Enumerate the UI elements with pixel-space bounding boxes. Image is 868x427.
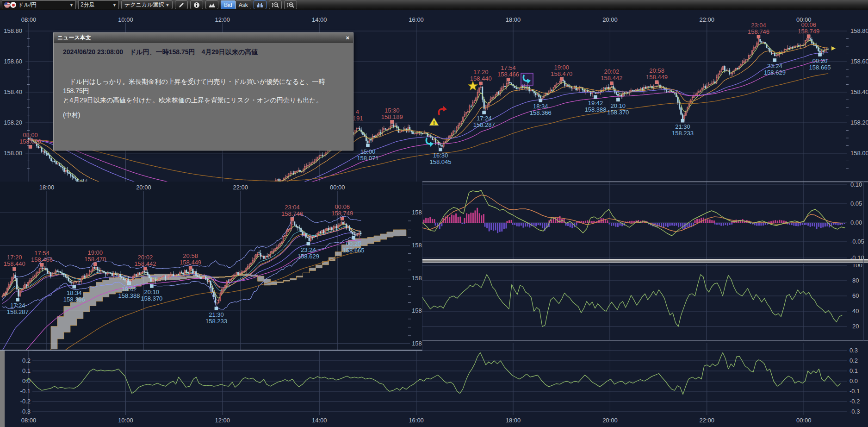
svg-text:158.026: 158.026: [19, 138, 41, 145]
svg-text:0.05: 0.05: [850, 200, 862, 207]
draw-pencil-button[interactable]: [175, 0, 188, 9]
svg-text:23:24: 23:24: [301, 246, 316, 253]
chevron-down-icon: ▼: [112, 3, 117, 7]
svg-text:158.665: 158.665: [343, 247, 365, 254]
news-dialog-title: ニュース本文: [57, 34, 91, 42]
svg-text:00:20: 00:20: [346, 240, 361, 247]
svg-text:158.470: 158.470: [551, 70, 572, 77]
close-icon[interactable]: ×: [346, 35, 349, 41]
jp-flag-icon: [10, 2, 16, 8]
svg-text:21:30: 21:30: [675, 123, 690, 130]
svg-text:158.442: 158.442: [134, 260, 156, 267]
svg-text:158.233: 158.233: [672, 130, 694, 137]
us-flag-icon: [4, 2, 10, 8]
svg-text:158.287: 158.287: [7, 308, 29, 315]
svg-text:10:00: 10:00: [118, 16, 133, 23]
svg-text:00:00: 00:00: [796, 417, 812, 424]
news-dialog[interactable]: ニュース本文 × 2024/06/20 23:08:00 ドル円、一時158.7…: [53, 32, 353, 151]
technical-select-label: テクニカル選択: [124, 1, 164, 9]
svg-text:17:54: 17:54: [501, 64, 516, 71]
svg-text:0.00: 0.00: [850, 219, 862, 226]
detail-chart-canvas[interactable]: 18:0020:0022:0000:00158.80158.60158.4015…: [0, 182, 422, 350]
svg-text:12:00: 12:00: [215, 16, 230, 23]
svg-text:18:00: 18:00: [506, 417, 521, 424]
svg-text:0.1: 0.1: [849, 367, 858, 374]
svg-text:40: 40: [852, 308, 859, 314]
svg-text:08:00: 08:00: [21, 16, 37, 23]
news-body-line1: ドル円はしっかり。米長期金利の上昇を受けて円売り・ドル買いが優勢になると、一時1…: [63, 77, 344, 95]
svg-text:158.20: 158.20: [4, 119, 22, 126]
svg-text:20:02: 20:02: [138, 254, 153, 261]
svg-text:-0.3: -0.3: [20, 408, 31, 415]
svg-text:158.20: 158.20: [850, 119, 868, 126]
left-edge-strip: [0, 351, 5, 427]
pair-select[interactable]: ドル/円 ▼: [2, 0, 76, 9]
svg-text:19:00: 19:00: [87, 249, 103, 256]
svg-text:20:10: 20:10: [611, 102, 626, 109]
svg-text:23:04: 23:04: [751, 22, 766, 29]
svg-text:00:00: 00:00: [330, 184, 345, 191]
svg-text:158.388: 158.388: [584, 106, 606, 113]
svg-text:-0.1: -0.1: [849, 388, 860, 395]
zoom-in-icon: [287, 2, 294, 8]
svg-text:20:02: 20:02: [604, 68, 620, 75]
info-button[interactable]: [190, 0, 203, 9]
svg-text:22:00: 22:00: [700, 16, 715, 23]
svg-text:158.366: 158.366: [63, 296, 85, 303]
svg-text:-0.2: -0.2: [20, 398, 31, 405]
svg-text:191: 191: [353, 115, 363, 122]
detail-chart-window[interactable]: 18:0020:0022:0000:00158.80158.60158.4015…: [0, 182, 422, 351]
svg-text:17:20: 17:20: [7, 254, 22, 261]
svg-text:158.071: 158.071: [357, 155, 378, 162]
bid-label: Bid: [224, 2, 232, 8]
svg-text:158.40: 158.40: [850, 88, 868, 95]
svg-text:18:00: 18:00: [506, 16, 521, 23]
trading-app-window: { "toolbar":{ "pair_label":"ドル/円","timef…: [0, 0, 868, 427]
svg-text:15:00: 15:00: [360, 148, 376, 155]
svg-text:00:20: 00:20: [812, 57, 828, 64]
svg-text:14:00: 14:00: [312, 16, 327, 23]
svg-text:20:58: 20:58: [649, 67, 664, 74]
svg-text:20: 20: [852, 323, 859, 330]
svg-text:158.233: 158.233: [205, 318, 227, 325]
info-icon: [193, 2, 200, 8]
svg-text:158.40: 158.40: [412, 275, 422, 282]
svg-text:158.80: 158.80: [412, 209, 422, 216]
timeframe-select[interactable]: 2分足 ▼: [78, 0, 119, 9]
svg-text:-0.2: -0.2: [849, 398, 860, 405]
news-dialog-titlebar[interactable]: ニュース本文 ×: [54, 33, 353, 43]
zoom-out-button[interactable]: [269, 0, 282, 9]
mountain-chart-button[interactable]: [205, 0, 218, 9]
zoom-in-button[interactable]: [284, 0, 297, 9]
svg-text:!: !: [433, 120, 435, 126]
svg-text:158.60: 158.60: [850, 58, 868, 65]
svg-text:158.287: 158.287: [473, 121, 495, 128]
news-body-line2: と4月29日以来の高値を付けた。欧米株価の上昇を背景にリスク・オンの円売りも出た…: [63, 95, 344, 105]
svg-text:23:24: 23:24: [767, 63, 782, 69]
svg-text:158.466: 158.466: [497, 71, 519, 78]
svg-text:17:24: 17:24: [10, 302, 25, 309]
ask-button[interactable]: Ask: [236, 0, 251, 9]
pane-splitter[interactable]: [422, 259, 868, 263]
technical-select-button[interactable]: テクニカル選択 ▼: [121, 0, 173, 9]
bid-ask-toggle: Bid Ask: [221, 0, 251, 9]
svg-text:158.466: 158.466: [31, 256, 53, 263]
svg-text:158.440: 158.440: [470, 75, 492, 82]
svg-text:158.366: 158.366: [530, 109, 552, 116]
svg-text:158.665: 158.665: [809, 64, 831, 71]
svg-text:22:00: 22:00: [700, 417, 715, 424]
news-signature: (中村): [63, 111, 344, 119]
volume-chart-button[interactable]: [254, 0, 267, 9]
svg-text:158.746: 158.746: [281, 210, 303, 217]
svg-text:20:00: 20:00: [602, 417, 618, 424]
bid-button[interactable]: Bid: [221, 0, 235, 9]
svg-text:158.388: 158.388: [118, 292, 140, 299]
news-headline: 2024/06/20 23:08:00 ドル円、一時158.75円 4月29日以…: [63, 48, 344, 57]
svg-text:0.3: 0.3: [849, 347, 858, 354]
svg-text:-0.3: -0.3: [849, 408, 860, 415]
svg-text:158.449: 158.449: [180, 259, 201, 266]
chevron-down-icon: ▼: [69, 3, 74, 7]
svg-text:158.749: 158.749: [798, 28, 819, 35]
pencil-icon: [178, 2, 185, 8]
svg-text:18:34: 18:34: [533, 103, 548, 110]
